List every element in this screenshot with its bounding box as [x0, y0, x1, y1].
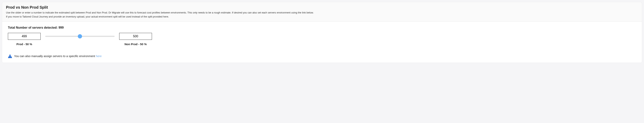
- note-text-static: You can also manually assign servers to …: [14, 54, 96, 58]
- split-row: Prod - 50 % Non Prod - 50 %: [8, 33, 636, 46]
- card-title: Prod vs Non Prod Split: [6, 5, 638, 10]
- card-description: Use the slider or enter a number to indi…: [6, 11, 638, 19]
- note-text: You can also manually assign servers to …: [14, 54, 102, 58]
- assign-servers-link[interactable]: here: [96, 54, 102, 58]
- card-desc-line1: Use the slider or enter a number to indi…: [6, 11, 314, 14]
- card-body: Total Number of servers detected: 999 Pr…: [2, 22, 642, 63]
- svg-rect-0: [10, 55, 10, 57]
- card-desc-line2: If you move to Tailored Cloud Journey an…: [6, 15, 169, 18]
- split-slider-wrap: [45, 33, 114, 40]
- nonprod-column: Non Prod - 50 %: [119, 33, 152, 46]
- prod-label: Prod - 50 %: [16, 42, 32, 46]
- nonprod-label: Non Prod - 50 %: [124, 42, 146, 46]
- note-row: You can also manually assign servers to …: [8, 54, 636, 58]
- warning-icon: [8, 54, 12, 58]
- prod-column: Prod - 50 %: [8, 33, 41, 46]
- card-header: Prod vs Non Prod Split Use the slider or…: [2, 2, 642, 22]
- prod-input[interactable]: [8, 33, 41, 40]
- prod-nonprod-split-card: Prod vs Non Prod Split Use the slider or…: [2, 2, 642, 63]
- slider-thumb[interactable]: [78, 34, 82, 38]
- nonprod-input[interactable]: [119, 33, 152, 40]
- svg-rect-1: [10, 57, 10, 57]
- split-slider[interactable]: [45, 36, 114, 37]
- total-servers-label: Total Number of servers detected: 999: [8, 26, 636, 29]
